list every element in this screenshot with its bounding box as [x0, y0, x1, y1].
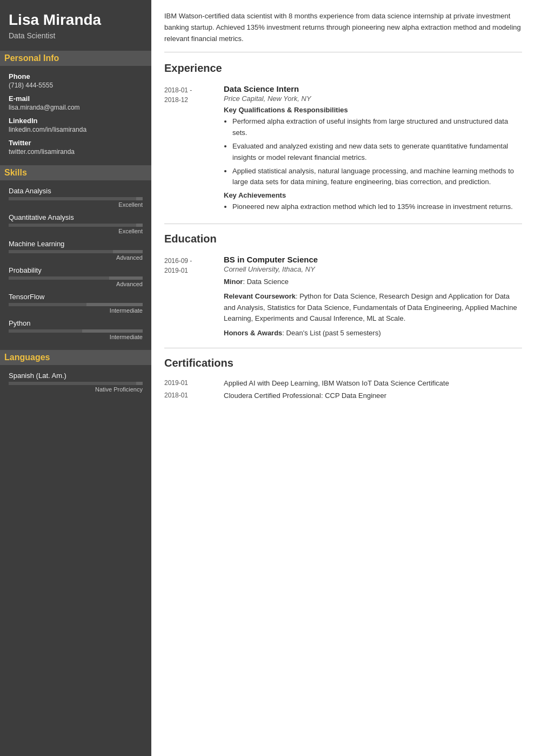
- lang-spanish-name: Spanish (Lat. Am.): [9, 372, 143, 380]
- experience-achievements-label: Key Achievements: [224, 191, 522, 199]
- education-school: Cornell University, Ithaca, NY: [224, 265, 522, 273]
- education-body: BS in Computer Science Cornell Universit…: [224, 255, 522, 339]
- education-heading: Education: [164, 233, 522, 247]
- cert-date-1: 2019-01: [164, 379, 224, 387]
- cert-date-2: 2018-01: [164, 392, 224, 400]
- resume-container: Lisa Miranda Data Scientist Personal Inf…: [0, 0, 535, 756]
- education-minor-label: Minor: [224, 278, 243, 286]
- candidate-name: Lisa Miranda: [9, 11, 143, 29]
- skill-tensorflow-bar: [9, 303, 143, 306]
- skill-ml-name: Machine Learning: [9, 240, 143, 248]
- personal-email-label: E-mail: [9, 94, 143, 103]
- experience-body: Data Science Intern Price Capital, New Y…: [224, 84, 522, 215]
- cert-name-1: Applied AI with Deep Learning, IBM Watso…: [224, 379, 449, 387]
- education-coursework: Relevant Coursework: Python for Data Sci…: [224, 291, 522, 325]
- personal-info-heading: Personal Info: [0, 51, 151, 66]
- skill-ml-level: Advanced: [9, 254, 143, 261]
- experience-achievements-bullets: Pioneered new alpha extraction method wh…: [224, 201, 522, 213]
- education-date-end: 2019-01: [164, 267, 188, 274]
- sidebar: Lisa Miranda Data Scientist Personal Inf…: [0, 0, 151, 756]
- experience-bullet-1: Performed alpha extraction of useful ins…: [232, 116, 522, 139]
- summary-text: IBM Watson-certified data scientist with…: [164, 11, 522, 52]
- personal-linkedin-value: linkedin.com/in/lisamiranda: [9, 126, 143, 133]
- skill-probability-fill: [9, 276, 109, 280]
- education-minor-value: Data Science: [247, 278, 289, 286]
- personal-email-value: lisa.miranda@gmail.com: [9, 104, 143, 111]
- skill-probability-name: Probability: [9, 266, 143, 274]
- skill-python-name: Python: [9, 319, 143, 327]
- education-date: 2016-09 - 2019-01: [164, 255, 224, 339]
- skill-tensorflow-level: Intermediate: [9, 307, 143, 314]
- skill-quant-analysis-bar: [9, 224, 143, 227]
- experience-company: Price Capital, New York, NY: [224, 94, 522, 103]
- cert-entry-2: 2018-01 Cloudera Certified Professional:…: [164, 392, 522, 400]
- skill-data-analysis-name: Data Analysis: [9, 187, 143, 195]
- experience-date-start: 2018-01 -: [164, 86, 192, 94]
- skill-tensorflow-fill: [9, 303, 86, 306]
- lang-spanish-bar: [9, 382, 143, 385]
- education-honors: Honors & Awards: Dean's List (past 5 sem…: [224, 328, 522, 339]
- experience-title: Data Science Intern: [224, 84, 522, 93]
- personal-phone-label: Phone: [9, 72, 143, 80]
- skills-heading: Skills: [0, 165, 151, 180]
- skill-quant-analysis-name: Quantitative Analysis: [9, 213, 143, 221]
- experience-achievement-1: Pioneered new alpha extraction method wh…: [232, 201, 522, 213]
- experience-heading: Experience: [164, 62, 522, 77]
- experience-qual-bullets: Performed alpha extraction of useful ins…: [224, 116, 522, 188]
- education-honors-label: Honors & Awards: [224, 329, 282, 337]
- certifications-heading: Certifications: [164, 357, 522, 372]
- personal-twitter-value: twitter.com/lisamiranda: [9, 148, 143, 156]
- education-date-start: 2016-09 -: [164, 257, 192, 265]
- skill-ml-bar: [9, 250, 143, 253]
- skill-data-analysis-level: Excellent: [9, 201, 143, 208]
- skill-data-analysis-fill: [9, 197, 136, 200]
- skill-tensorflow-name: TensorFlow: [9, 293, 143, 301]
- experience-date: 2018-01 - 2018-12: [164, 84, 224, 215]
- personal-twitter-label: Twitter: [9, 139, 143, 147]
- education-certifications-divider: [164, 348, 522, 348]
- skill-probability-bar: [9, 276, 143, 280]
- experience-bullet-3: Applied statistical analysis, natural la…: [232, 166, 522, 188]
- cert-name-2: Cloudera Certified Professional: CCP Dat…: [224, 392, 386, 400]
- skill-python-bar: [9, 329, 143, 333]
- education-minor: Minor: Data Science: [224, 276, 522, 288]
- skill-probability-level: Advanced: [9, 281, 143, 287]
- education-degree: BS in Computer Science: [224, 255, 522, 264]
- lang-spanish-level: Native Proficiency: [9, 386, 143, 393]
- skill-python-level: Intermediate: [9, 334, 143, 340]
- skill-ml-fill: [9, 250, 113, 253]
- lang-spanish-fill: [9, 382, 136, 385]
- education-entry: 2016-09 - 2019-01 BS in Computer Science…: [164, 255, 522, 339]
- cert-entry-1: 2019-01 Applied AI with Deep Learning, I…: [164, 379, 522, 387]
- languages-heading: Languages: [0, 350, 151, 365]
- experience-date-end: 2018-12: [164, 96, 188, 104]
- skill-python-fill: [9, 329, 82, 333]
- skill-quant-analysis-level: Excellent: [9, 228, 143, 234]
- main-content: IBM Watson-certified data scientist with…: [151, 0, 535, 756]
- education-honors-value: Dean's List (past 5 semesters): [286, 329, 381, 337]
- experience-bullet-2: Evaluated and analyzed existing and new …: [232, 141, 522, 164]
- skill-data-analysis-bar: [9, 197, 143, 200]
- experience-entry: 2018-01 - 2018-12 Data Science Intern Pr…: [164, 84, 522, 215]
- personal-linkedin-label: LinkedIn: [9, 117, 143, 125]
- skill-quant-analysis-fill: [9, 224, 136, 227]
- experience-education-divider: [164, 224, 522, 224]
- personal-phone-value: (718) 444-5555: [9, 82, 143, 89]
- education-coursework-label: Relevant Coursework: [224, 292, 296, 300]
- candidate-title: Data Scientist: [9, 31, 143, 40]
- experience-qual-label: Key Qualifications & Responsibilities: [224, 106, 522, 114]
